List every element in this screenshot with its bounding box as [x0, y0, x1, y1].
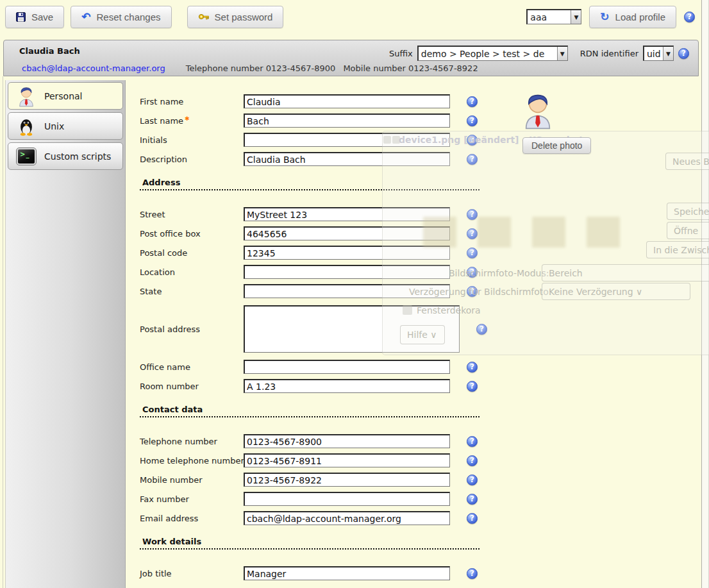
field-label: Last name✱ [140, 115, 244, 126]
location-input[interactable] [244, 265, 450, 279]
load-profile-button[interactable]: ↻ Load profile [589, 6, 676, 28]
field-label: Initials [140, 135, 244, 145]
tab-label: Custom scripts [44, 151, 111, 162]
tab-unix[interactable]: Unix [8, 112, 123, 140]
form-row: Initials? [140, 133, 491, 147]
save-button[interactable]: Save [5, 6, 64, 28]
field-label: Office name [140, 362, 244, 372]
suffix-label: Suffix [389, 49, 413, 58]
toolbar: Save ↶ Reset changes Set password aaa ▼ … [0, 0, 700, 33]
help-icon[interactable]: ? [467, 494, 478, 505]
help-icon[interactable]: ? [678, 48, 689, 59]
rdn-label: RDN identifier [580, 49, 638, 58]
rdn-select-value: uid [644, 49, 663, 59]
help-icon[interactable]: ? [467, 568, 478, 579]
tab-label: Unix [44, 121, 64, 131]
help-icon[interactable]: ? [467, 96, 478, 107]
email-link[interactable]: cbach@ldap-account-manager.org [22, 63, 165, 73]
ghost-thumbnail [587, 217, 620, 248]
section-heading: Address [140, 178, 480, 190]
help-icon[interactable]: ? [467, 115, 478, 126]
form-row: Postal address? [140, 303, 491, 355]
floppy-icon [16, 12, 26, 22]
form-row: Fax number? [140, 492, 491, 506]
tab-personal[interactable]: Personal [8, 82, 123, 110]
field-label: Location [140, 267, 244, 277]
email-address-input[interactable] [244, 511, 450, 525]
scrollbar[interactable] [701, 0, 709, 588]
help-icon[interactable]: ? [467, 154, 478, 165]
help-icon[interactable]: ? [467, 475, 478, 485]
header-phone: Telephone number 0123-4567-8900 [186, 63, 336, 73]
rdn-select[interactable]: uid ▼ [643, 46, 674, 61]
first-name-input[interactable] [244, 94, 450, 108]
form-row: Email address? [140, 511, 491, 525]
field-label: Postal address [140, 324, 244, 334]
ghost-button: In die Zwischen [646, 241, 709, 258]
person-photo-icon [521, 91, 555, 130]
form-row: Office name? [140, 360, 491, 374]
description-input[interactable] [244, 152, 450, 166]
help-icon[interactable]: ? [467, 267, 478, 278]
mobile-number-input[interactable] [244, 473, 450, 487]
help-icon[interactable]: ? [467, 455, 478, 466]
form-row: Postal code? [140, 246, 491, 260]
telephone-number-input[interactable] [244, 434, 450, 448]
form-row: Post office box? [140, 226, 491, 240]
help-icon[interactable]: ? [684, 12, 695, 22]
help-icon[interactable]: ? [467, 381, 478, 392]
postal-address-input[interactable] [244, 305, 460, 353]
field-label: Postal code [140, 248, 244, 258]
header-contact-row: cbach@ldap-account-manager.org Telephone… [22, 63, 478, 73]
room-number-input[interactable] [244, 379, 450, 393]
ghost-thumbnail [532, 217, 565, 248]
key-icon [198, 12, 209, 21]
help-icon[interactable]: ? [467, 209, 478, 220]
state-input[interactable] [244, 284, 450, 298]
load-profile-label: Load profile [615, 12, 665, 22]
suffix-select[interactable]: demo > People > test > de ▼ [417, 46, 568, 61]
field-label: Home telephone number [140, 456, 244, 466]
last-name-input[interactable] [244, 113, 450, 128]
help-icon[interactable]: ? [467, 436, 478, 447]
help-icon[interactable]: ? [467, 513, 478, 524]
reset-changes-button[interactable]: ↶ Reset changes [71, 6, 171, 28]
street-input[interactable] [244, 207, 450, 221]
help-icon[interactable]: ? [467, 228, 478, 239]
tab-custom-scripts[interactable]: Custom scripts [8, 142, 123, 170]
refresh-icon: ↻ [600, 12, 609, 22]
form-row: Job title? [140, 566, 491, 580]
profile-select[interactable]: aaa ▼ [526, 9, 581, 24]
home-telephone-number-input[interactable] [244, 453, 450, 467]
field-label: Email address [140, 514, 244, 523]
required-marker: ✱ [185, 115, 190, 122]
chevron-down-icon: ▼ [557, 47, 567, 60]
set-password-button[interactable]: Set password [187, 6, 284, 28]
help-icon[interactable]: ? [467, 135, 478, 146]
profile-group: aaa ▼ ↻ Load profile ? [526, 6, 695, 28]
initials-input[interactable] [244, 133, 450, 147]
header-controls: Suffix demo > People > test > de ▼ RDN i… [389, 46, 689, 61]
help-icon[interactable]: ? [467, 286, 478, 297]
profile-select-value: aaa [528, 12, 571, 22]
help-icon[interactable]: ? [476, 324, 487, 335]
office-name-input[interactable] [244, 360, 450, 374]
form-row: Description? [140, 152, 491, 166]
field-label: First name [140, 97, 244, 106]
terminal-icon [17, 148, 36, 165]
field-label: Description [140, 155, 244, 164]
fax-number-input[interactable] [244, 492, 450, 506]
help-icon[interactable]: ? [467, 362, 478, 373]
post-office-box-input[interactable] [244, 226, 450, 240]
tab-label: Personal [44, 91, 83, 101]
form-row: First name? [140, 94, 491, 108]
field-label: Post office box [140, 229, 244, 239]
personal-form: First name?Last name✱?Initials?Descripti… [140, 80, 491, 585]
help-icon[interactable]: ? [467, 248, 478, 258]
delete-photo-button[interactable]: Delete photo [522, 137, 591, 154]
header-mobile: Mobile number 0123-4567-8922 [343, 63, 478, 73]
postal-code-input[interactable] [244, 246, 450, 260]
job-title-input[interactable] [244, 566, 450, 580]
form-row: Home telephone number? [140, 453, 491, 467]
field-label: State [140, 287, 244, 296]
